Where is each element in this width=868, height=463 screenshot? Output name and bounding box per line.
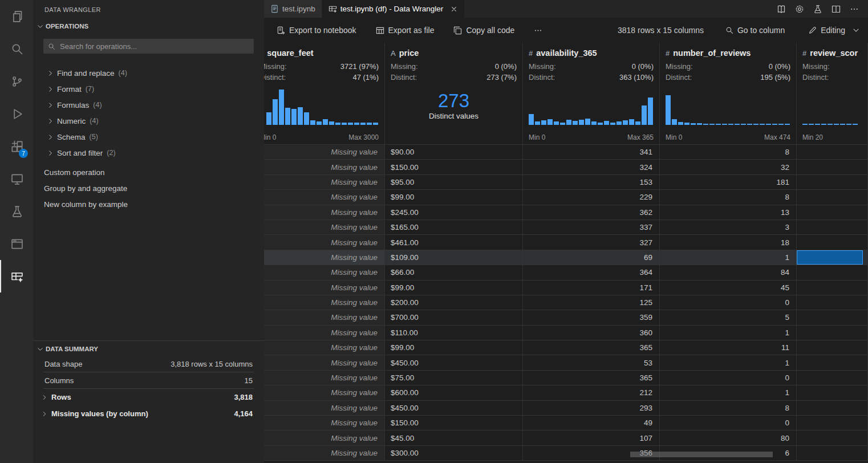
activitybar-item-extensions[interactable]: 7 [0, 130, 33, 163]
cell-number_of_reviews[interactable]: 8 [660, 190, 797, 204]
table-row[interactable]: Missing value$90.003418 [264, 145, 868, 160]
cell-number_of_reviews[interactable]: 0 [660, 416, 797, 430]
cell-availability_365[interactable]: 364 [523, 265, 660, 279]
cell-price[interactable]: $700.00 [385, 310, 523, 324]
cell-square_feet[interactable]: Missing value [264, 416, 385, 430]
toolbar-export-to-notebook[interactable]: Export to notebook [277, 26, 356, 35]
cell-price[interactable]: $66.00 [385, 265, 523, 279]
cell-availability_365[interactable]: 49 [523, 416, 660, 430]
cell-availability_365[interactable]: 359 [523, 310, 660, 324]
table-row[interactable]: Missing value$200.001250 [264, 295, 868, 310]
cell-price[interactable]: $75.00 [385, 371, 523, 385]
cell-number_of_reviews[interactable]: 13 [660, 205, 797, 220]
cell-availability_365[interactable]: 293 [523, 401, 660, 415]
cell-price[interactable]: $600.00 [385, 385, 523, 400]
table-row[interactable]: Missing value$165.003373 [264, 220, 868, 235]
table-row[interactable]: Missing value$461.0032718 [264, 235, 868, 250]
operation-item-new-column-by-example[interactable]: New column by example [33, 196, 264, 212]
cell-review_scor[interactable] [797, 220, 868, 234]
cell-number_of_reviews[interactable]: 0 [660, 371, 797, 385]
activitybar-item-source-control[interactable] [0, 65, 33, 98]
toolbar-copy-all-code[interactable]: Copy all code [453, 26, 514, 35]
editing-dropdown-chevron-icon[interactable] [852, 26, 860, 34]
table-row[interactable]: Missing value$99.0036511 [264, 340, 868, 355]
operation-group-find-and-replace[interactable]: Find and replace(4) [33, 65, 264, 81]
table-row[interactable]: Missing value$66.0036484 [264, 265, 868, 280]
cell-square_feet[interactable]: Missing value [264, 205, 385, 220]
operation-group-formulas[interactable]: Formulas(4) [33, 97, 264, 113]
operation-group-schema[interactable]: Schema(5) [33, 129, 264, 145]
summary-row-columns[interactable]: Columns15 [43, 372, 254, 389]
cell-availability_365[interactable]: 107 [523, 430, 660, 445]
cell-number_of_reviews[interactable]: 1 [660, 326, 797, 340]
tab-test-ipynb-df-data-wrangler[interactable]: test.ipynb (df) - Data Wrangler [322, 0, 465, 18]
activitybar-item-preview[interactable] [0, 228, 33, 260]
data-summary-header[interactable]: DATA SUMMARY [33, 342, 264, 356]
cell-review_scor[interactable] [797, 281, 868, 295]
cell-square_feet[interactable]: Missing value [264, 310, 385, 324]
cell-price[interactable]: $200.00 [385, 295, 523, 310]
cell-price[interactable]: $109.00 [385, 250, 523, 265]
cell-number_of_reviews[interactable]: 45 [660, 281, 797, 295]
activitybar-item-run-debug[interactable] [0, 98, 33, 130]
cell-price[interactable]: $99.00 [385, 281, 523, 295]
cell-review_scor[interactable] [797, 340, 868, 355]
activitybar-item-explorer[interactable] [0, 0, 33, 33]
cell-availability_365[interactable]: 337 [523, 220, 660, 234]
cell-square_feet[interactable]: Missing value [264, 446, 385, 460]
cell-availability_365[interactable]: 341 [523, 145, 660, 159]
cell-number_of_reviews[interactable]: 3 [660, 220, 797, 234]
cell-number_of_reviews[interactable]: 1 [660, 250, 797, 265]
cell-availability_365[interactable]: 125 [523, 295, 660, 310]
cell-square_feet[interactable]: Missing value [264, 190, 385, 204]
beaker-icon[interactable] [813, 5, 822, 14]
cell-review_scor[interactable] [797, 265, 868, 279]
cell-review_scor[interactable] [797, 446, 868, 460]
cell-square_feet[interactable]: Missing value [264, 430, 385, 445]
cell-price[interactable]: $165.00 [385, 220, 523, 234]
cell-number_of_reviews[interactable]: 1 [660, 355, 797, 369]
cell-number_of_reviews[interactable]: 8 [660, 401, 797, 415]
book-icon[interactable] [777, 5, 786, 14]
close-icon[interactable] [450, 5, 458, 13]
table-row[interactable]: Missing value$95.00153181 [264, 175, 868, 190]
cell-price[interactable]: $110.00 [385, 326, 523, 340]
activitybar-item-remote-explorer[interactable] [0, 163, 33, 195]
cell-availability_365[interactable]: 212 [523, 385, 660, 400]
cell-number_of_reviews[interactable]: 80 [660, 430, 797, 445]
cell-review_scor[interactable] [797, 355, 868, 369]
cell-availability_365[interactable]: 53 [523, 355, 660, 369]
cell-review_scor[interactable] [797, 430, 868, 445]
cell-price[interactable]: $300.00 [385, 446, 523, 460]
cell-number_of_reviews[interactable]: 11 [660, 340, 797, 355]
split-editor-icon[interactable] [832, 5, 841, 14]
cell-number_of_reviews[interactable]: 8 [660, 145, 797, 159]
cell-price[interactable]: $45.00 [385, 430, 523, 445]
cell-square_feet[interactable]: Missing value [264, 401, 385, 415]
column-header-availability_365[interactable]: #availability_365Missing:0 (0%)Distinct:… [523, 43, 660, 144]
cell-review_scor[interactable] [797, 175, 868, 189]
activitybar-item-testing[interactable] [0, 195, 33, 228]
cell-price[interactable]: $150.00 [385, 160, 523, 174]
cell-availability_365[interactable]: 171 [523, 281, 660, 295]
cell-review_scor[interactable] [797, 401, 868, 415]
cell-square_feet[interactable]: Missing value [264, 145, 385, 159]
more-icon[interactable] [850, 5, 859, 14]
operation-group-format[interactable]: Format(7) [33, 81, 264, 97]
column-header-square_feet[interactable]: #square_feetMissing:3721 (97%)Distinct:4… [264, 43, 385, 144]
operations-search[interactable] [43, 39, 254, 54]
cell-square_feet[interactable]: Missing value [264, 265, 385, 279]
tab-test-ipynb[interactable]: test.ipynb [264, 0, 322, 18]
cell-review_scor[interactable] [797, 326, 868, 340]
cell-square_feet[interactable]: Missing value [264, 340, 385, 355]
cell-availability_365[interactable]: 327 [523, 235, 660, 249]
table-row[interactable]: Missing value$109.00691 [264, 250, 868, 265]
table-row[interactable]: Missing value$300.003566 [264, 446, 868, 461]
gear-icon[interactable] [795, 5, 804, 14]
cell-number_of_reviews[interactable]: 0 [660, 295, 797, 310]
summary-row-rows[interactable]: Rows3,818 [43, 389, 254, 405]
search-input[interactable] [59, 42, 249, 51]
cell-availability_365[interactable]: 229 [523, 190, 660, 204]
activitybar-item-data-wrangler[interactable] [0, 260, 33, 293]
table-row[interactable]: Missing value$75.003650 [264, 371, 868, 385]
